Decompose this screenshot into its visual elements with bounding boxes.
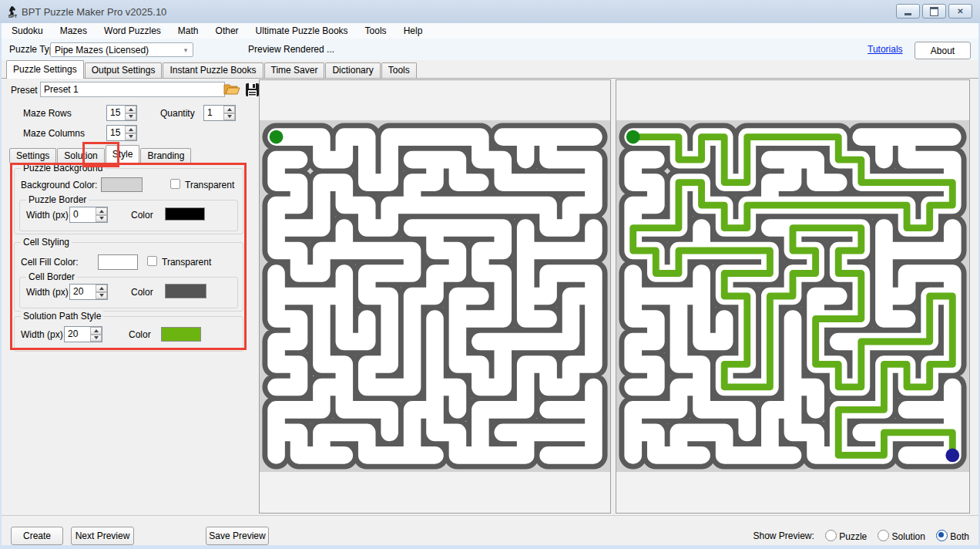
menu-other[interactable]: Other — [207, 23, 247, 39]
radio-puzzle-label: Puzzle — [839, 531, 867, 542]
background-color-label: Background Color: — [21, 180, 97, 190]
puzzle-type-row: Puzzle Type Pipe Mazes (Licensed) ▾ Prev… — [0, 39, 980, 60]
folder-open-icon — [223, 83, 240, 96]
menu-math[interactable]: Math — [169, 23, 207, 39]
solution-width-value: 20 — [65, 327, 90, 342]
cell-fill-color-label: Cell Fill Color: — [21, 257, 79, 268]
svg-text:BPT: BPT — [8, 14, 18, 19]
quantity-stepper[interactable]: 1 — [203, 105, 236, 121]
close-button[interactable]: ✕ — [948, 4, 972, 19]
cell-border-title: Cell Border — [26, 271, 77, 282]
radio-both-label: Both — [950, 531, 969, 542]
save-preset-button[interactable] — [243, 80, 260, 99]
subtab-branding[interactable]: Branding — [140, 148, 191, 163]
about-button[interactable]: About — [915, 42, 971, 59]
down-arrow-icon[interactable] — [125, 133, 136, 141]
settings-sub-tabs: Settings Solution Style Branding — [9, 145, 192, 163]
maze-columns-value: 15 — [107, 126, 125, 140]
solution-width-stepper[interactable]: 20 — [64, 326, 102, 342]
puzzle-border-width-stepper[interactable]: 0 — [69, 207, 108, 223]
puzzle-border-width-label: Width (px) — [26, 210, 69, 221]
minimize-button[interactable] — [896, 4, 920, 19]
tab-dictionary[interactable]: Dictionary — [325, 62, 380, 78]
down-arrow-icon[interactable] — [90, 335, 102, 342]
tab-instant-puzzle-books[interactable]: Instant Puzzle Books — [163, 62, 263, 78]
cell-styling-title: Cell Styling — [21, 237, 72, 248]
menu-mazes[interactable]: Mazes — [52, 23, 96, 39]
puzzle-type-value: Pipe Mazes (Licensed) — [51, 45, 179, 56]
maze-rows-stepper[interactable]: 15 — [106, 105, 137, 121]
maximize-button[interactable] — [922, 4, 946, 19]
cell-fill-transparent-label: Transparent — [162, 257, 211, 268]
puzzle-border-title: Puzzle Border — [26, 194, 89, 205]
maximize-icon — [930, 7, 938, 16]
cell-border-width-stepper[interactable]: 20 — [69, 284, 108, 300]
puzzle-maze-image — [260, 120, 610, 472]
cell-border-width-value: 20 — [70, 285, 96, 299]
up-arrow-icon[interactable] — [125, 126, 136, 133]
main-tab-strip: Puzzle Settings Output Settings Instant … — [0, 60, 980, 79]
cell-border-width-label: Width (px) — [26, 287, 69, 298]
minimize-icon — [904, 13, 911, 15]
title-bar: BPT BPT Puzzle Maker Pro v2025.10 ✕ — [0, 0, 980, 24]
maze-columns-stepper[interactable]: 15 — [106, 125, 137, 141]
preset-input[interactable]: Preset 1 — [40, 82, 225, 97]
tutorials-link[interactable]: Tutorials — [868, 44, 903, 55]
radio-solution-label: Solution — [892, 531, 925, 542]
background-transparent-checkbox[interactable] — [170, 179, 180, 189]
maze-rows-value: 15 — [107, 106, 125, 120]
subtab-solution[interactable]: Solution — [57, 148, 104, 163]
create-button[interactable]: Create — [11, 527, 63, 545]
tab-puzzle-settings[interactable]: Puzzle Settings — [6, 60, 84, 79]
menu-bar: Sudoku Mazes Word Puzzles Math Other Ult… — [0, 23, 980, 39]
status-text: Preview Rendered ... — [248, 44, 334, 55]
tab-tools[interactable]: Tools — [381, 62, 417, 78]
menu-help[interactable]: Help — [395, 23, 431, 39]
save-preview-button[interactable]: Save Preview — [206, 527, 269, 545]
solution-color-swatch[interactable] — [161, 327, 201, 342]
window-bottom-border — [0, 545, 980, 549]
down-arrow-icon[interactable] — [96, 292, 107, 300]
save-icon — [245, 83, 260, 97]
up-arrow-icon[interactable] — [223, 106, 235, 113]
menu-word-puzzles[interactable]: Word Puzzles — [96, 23, 169, 39]
show-preview-options: Show Preview: Puzzle Solution Both — [753, 530, 970, 542]
up-arrow-icon[interactable] — [90, 327, 102, 335]
up-arrow-icon[interactable] — [96, 285, 107, 292]
chevron-down-icon: ▾ — [179, 46, 193, 54]
menu-sudoku[interactable]: Sudoku — [3, 23, 52, 39]
cell-fill-color-swatch[interactable] — [98, 254, 138, 270]
radio-puzzle[interactable] — [825, 530, 837, 541]
subtab-style[interactable]: Style — [106, 145, 140, 163]
menu-ultimate-puzzle-books[interactable]: Ultimate Puzzle Books — [247, 23, 357, 39]
down-arrow-icon[interactable] — [125, 113, 136, 121]
solution-preview-panel — [616, 79, 970, 514]
puzzle-background-title: Puzzle Background — [21, 163, 105, 173]
tab-output-settings[interactable]: Output Settings — [85, 62, 163, 78]
up-arrow-icon[interactable] — [125, 106, 136, 113]
down-arrow-icon[interactable] — [223, 113, 235, 121]
radio-solution[interactable] — [878, 530, 889, 541]
tab-time-saver[interactable]: Time Saver — [264, 62, 325, 78]
puzzle-preview-panel — [259, 79, 611, 514]
solution-path-style-group: Solution Path Style Width (px) 20 Color — [14, 316, 243, 352]
preset-label: Preset — [11, 85, 38, 96]
open-preset-button[interactable] — [222, 80, 242, 99]
cell-fill-transparent-checkbox[interactable] — [147, 256, 157, 266]
up-arrow-icon[interactable] — [96, 207, 107, 215]
close-icon: ✕ — [957, 8, 963, 15]
radio-both[interactable] — [936, 530, 948, 541]
menu-tools[interactable]: Tools — [357, 23, 395, 39]
background-color-swatch[interactable] — [101, 177, 143, 192]
quantity-value: 1 — [204, 106, 223, 120]
preset-value: Preset 1 — [44, 84, 79, 95]
subtab-settings[interactable]: Settings — [9, 148, 56, 163]
puzzle-background-group: Puzzle Background Background Color: Tran… — [14, 168, 243, 234]
cell-border-color-swatch[interactable] — [165, 284, 206, 298]
window-title: BPT Puzzle Maker Pro v2025.10 — [22, 6, 166, 18]
down-arrow-icon[interactable] — [96, 215, 107, 223]
puzzle-settings-page: Preset Preset 1 Maze Rows 15 Quantity 1 … — [0, 79, 980, 515]
puzzle-type-select[interactable]: Pipe Mazes (Licensed) ▾ — [50, 42, 193, 57]
puzzle-border-color-swatch[interactable] — [165, 207, 205, 221]
next-preview-button[interactable]: Next Preview — [71, 527, 134, 545]
